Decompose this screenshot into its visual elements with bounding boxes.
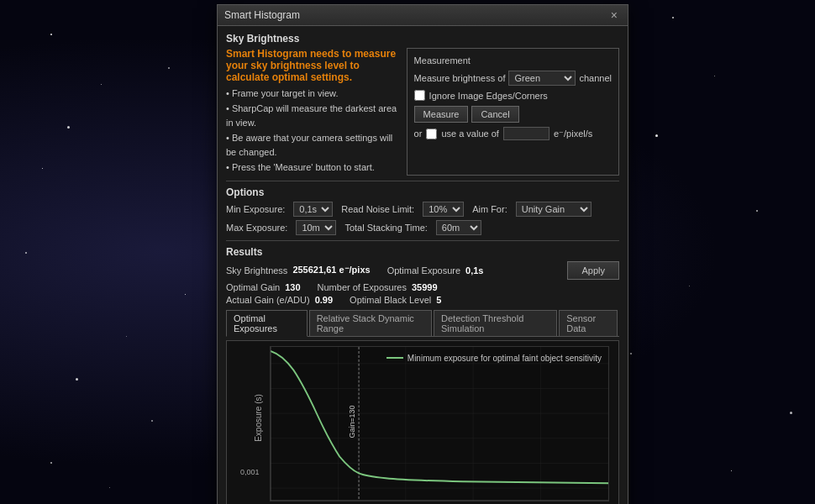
optimal-gain-value: 130 (285, 282, 300, 292)
num-exposures-value: 35999 (412, 282, 438, 292)
results-row-2: Optimal Gain 130 Number of Exposures 359… (226, 282, 619, 292)
cancel-button[interactable]: Cancel (471, 106, 518, 123)
options-row-2: Max Exposure: 10m 5m 30m Total Stacking … (226, 220, 619, 235)
apply-button[interactable]: Apply (567, 261, 619, 280)
star (67, 126, 70, 129)
measure-buttons-row: Measure Cancel (414, 106, 612, 123)
optimal-gain-item: Optimal Gain 130 (226, 282, 301, 292)
ignore-edges-row: Ignore Image Edges/Corners (414, 90, 612, 101)
use-value-checkbox[interactable] (426, 129, 437, 139)
sky-brightness-header: Smart Histogram needs to measure your sk… (226, 48, 619, 176)
bullet-4: • Press the 'Measure' button to start. (226, 160, 398, 176)
or-row: or use a value of e⁻/pixel/s (414, 127, 612, 140)
dialog-body: Sky Brightness Smart Histogram needs to … (218, 26, 628, 504)
star (42, 168, 43, 169)
results-row-3: Actual Gain (e/ADU) 0.99 Optimal Black L… (226, 295, 619, 305)
tab-optimal-exposures[interactable]: Optimal Exposures (226, 310, 308, 337)
chart-svg: Gain=130 (271, 347, 608, 501)
read-noise-label: Read Noise Limit: (341, 204, 414, 214)
tab-detection-threshold[interactable]: Detection Threshold Simulation (434, 310, 557, 336)
divider-2 (226, 240, 619, 241)
star (790, 412, 792, 414)
chart-inner: Minimum exposure for optimal faint objec… (270, 346, 609, 501)
bullet-2: • SharpCap will measure the darkest area… (226, 102, 398, 131)
star (168, 67, 170, 69)
chart-area: Exposure (s) 0,001 Minimum exposure for … (226, 340, 619, 504)
warning-title: Smart Histogram needs to measure your sk… (226, 48, 398, 83)
actual-gain-value: 0.99 (315, 295, 333, 305)
section-title-sky-brightness: Sky Brightness (226, 33, 619, 45)
options-section: Options Min Exposure: 0,1s 0,5s 1s Read … (226, 186, 619, 235)
actual-gain-item: Actual Gain (e/ADU) 0.99 (226, 295, 333, 305)
star (185, 294, 186, 295)
max-exposure-label: Max Exposure: (226, 223, 287, 233)
optimal-gain-label: Optimal Gain (226, 282, 280, 292)
optimal-exposure-value: 0,1s (465, 265, 483, 276)
optimal-black-item: Optimal Black Level 5 (350, 295, 441, 305)
star (101, 84, 102, 85)
results-row-1-right: Optimal Exposure 0,1s (387, 265, 484, 276)
title-close-button[interactable]: × (607, 9, 621, 21)
divider-1 (226, 181, 619, 181)
bullet-1: • Frame your target in view. (226, 87, 398, 102)
use-value-label: use a value of (441, 129, 499, 139)
actual-gain-label: Actual Gain (e/ADU) (226, 295, 310, 305)
channel-select[interactable]: Green Red Blue Luminance (508, 71, 576, 86)
results-title: Results (226, 246, 619, 258)
num-exposures-label: Number of Exposures (318, 282, 407, 292)
svg-text:Gain=130: Gain=130 (349, 405, 357, 438)
star (151, 420, 153, 422)
star (672, 17, 674, 18)
max-exposure-select[interactable]: 10m 5m 30m (296, 220, 336, 235)
total-stacking-label: Total Stacking Time: (344, 223, 427, 233)
chart-y-tick: 0,001 (240, 468, 260, 476)
star (655, 134, 658, 137)
star (109, 487, 110, 488)
min-exposure-label: Min Exposure: (226, 204, 285, 214)
star (714, 76, 715, 76)
channel-label: channel (579, 73, 612, 83)
sky-brightness-description: Smart Histogram needs to measure your sk… (226, 48, 398, 176)
value-input[interactable] (503, 127, 549, 140)
star (689, 286, 690, 286)
ignore-edges-label: Ignore Image Edges/Corners (429, 91, 548, 101)
star (126, 336, 127, 337)
tabs-row: Optimal Exposures Relative Stack Dynamic… (226, 310, 619, 337)
options-row-1: Min Exposure: 0,1s 0,5s 1s Read Noise Li… (226, 202, 619, 217)
optimal-black-label: Optimal Black Level (350, 295, 431, 305)
star (25, 252, 27, 254)
smart-histogram-dialog: Smart Histogram × Sky Brightness Smart H… (217, 4, 628, 504)
options-title: Options (226, 186, 619, 198)
results-row-1-left: Sky Brightness 255621,61 e⁻/pixs (226, 265, 371, 276)
dialog-title: Smart Histogram (224, 9, 300, 21)
results-row-1: Sky Brightness 255621,61 e⁻/pixs Optimal… (226, 261, 619, 280)
aim-for-select[interactable]: Unity Gain Low Noise High Dynamic Range (516, 202, 592, 217)
aim-for-label: Aim For: (472, 204, 507, 214)
ignore-edges-checkbox[interactable] (414, 90, 425, 101)
star (630, 353, 632, 354)
star (50, 34, 52, 35)
star (731, 470, 732, 471)
brightness-label: Measure brightness of (414, 73, 506, 83)
sky-brightness-result-value: 255621,61 e⁻/pixs (292, 265, 370, 276)
title-bar: Smart Histogram × (218, 5, 628, 26)
results-section: Results Sky Brightness 255621,61 e⁻/pixs… (226, 246, 619, 305)
star (756, 210, 758, 212)
num-exposures-item: Number of Exposures 35999 (318, 282, 438, 292)
min-exposure-select[interactable]: 0,1s 0,5s 1s (293, 202, 333, 217)
chart-wrapper: Exposure (s) 0,001 Minimum exposure for … (270, 346, 609, 504)
total-stacking-select[interactable]: 60m 30m 120m (436, 220, 481, 235)
tab-relative-stack[interactable]: Relative Stack Dynamic Range (309, 310, 432, 336)
chart-y-label: Exposure (s) (254, 394, 263, 442)
star (50, 462, 52, 464)
tab-sensor-data[interactable]: Sensor Data (559, 310, 618, 336)
read-noise-select[interactable]: 10% 5% 20% (423, 202, 464, 217)
bullet-3: • Be aware that your camera settings wil… (226, 131, 398, 160)
or-label: or (414, 129, 423, 139)
brightness-row: Measure brightness of Green Red Blue Lum… (414, 71, 612, 86)
unit-label: e⁻/pixel/s (554, 129, 592, 139)
optimal-black-value: 5 (436, 295, 441, 305)
measurement-title: Measurement (414, 55, 612, 66)
measurement-box: Measurement Measure brightness of Green … (407, 48, 619, 176)
measure-button[interactable]: Measure (414, 106, 469, 123)
